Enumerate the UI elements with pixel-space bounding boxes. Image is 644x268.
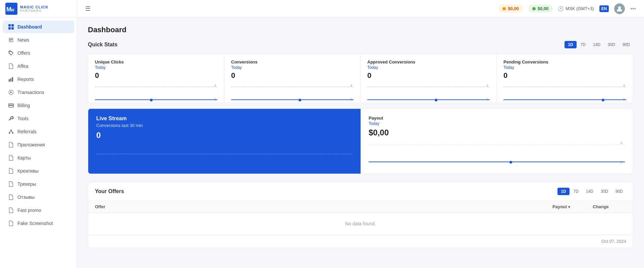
sidebar-item-label: Affea bbox=[17, 63, 28, 69]
balance-orange-value: $0,00 bbox=[508, 6, 519, 11]
sidebar-item-billing[interactable]: Billing bbox=[3, 99, 74, 112]
main-area: ☰ $0,00 $0,00 🕐 MSK (GMT+3) EN ••• bbox=[77, 0, 644, 268]
sidebar-item-label: Referrals bbox=[17, 129, 37, 134]
document-icon bbox=[8, 181, 14, 187]
payout-period: Today bbox=[369, 121, 625, 126]
payout-card: Payout Today $0,00 4 0 bbox=[361, 109, 633, 174]
stat-label: Pending Conversions bbox=[503, 59, 626, 64]
payout-label: Payout bbox=[369, 116, 625, 121]
period-tab-14d[interactable]: 14D bbox=[590, 41, 604, 48]
sidebar-item-dashboard[interactable]: Dashboard bbox=[3, 20, 74, 33]
sidebar-item-affea[interactable]: Affea bbox=[3, 60, 74, 73]
offers-period-tab-1d[interactable]: 1D bbox=[557, 188, 569, 195]
sidebar-item-label: Трекеры bbox=[17, 181, 36, 187]
offers-title: Your Offers bbox=[95, 188, 124, 194]
chart-axis: 4 bbox=[623, 84, 625, 88]
sidebar-item-trackers[interactable]: Трекеры bbox=[3, 178, 74, 190]
sidebar-item-offers[interactable]: Offers bbox=[3, 47, 74, 59]
stat-period: Today bbox=[231, 65, 354, 70]
svg-rect-8 bbox=[10, 78, 11, 82]
svg-text:W: W bbox=[11, 8, 14, 12]
offers-period-tabs: 1D 7D 14D 30D 90D bbox=[557, 188, 626, 195]
logo-icon: M W bbox=[5, 3, 17, 15]
svg-text:M: M bbox=[6, 6, 11, 13]
sidebar-item-label: Карты bbox=[17, 155, 31, 161]
svg-point-17 bbox=[618, 6, 621, 9]
stat-chart: 4 0 bbox=[503, 83, 626, 103]
document-icon bbox=[8, 168, 14, 174]
svg-rect-9 bbox=[12, 77, 13, 82]
topbar: ☰ $0,00 $0,00 🕐 MSK (GMT+3) EN ••• bbox=[77, 0, 644, 17]
sidebar-item-label: Fast promo bbox=[17, 208, 41, 213]
live-stream-value: 0 bbox=[96, 131, 353, 140]
affiliate-icon bbox=[8, 129, 14, 135]
stat-chart: 4 0 bbox=[367, 83, 490, 103]
sidebar-item-tools[interactable]: Tools bbox=[3, 112, 74, 125]
logo-text: MAGIC CLICK PARTNERS bbox=[20, 5, 48, 12]
offers-col-payout-header[interactable]: Payout bbox=[552, 204, 593, 209]
ls-dashed-line bbox=[96, 154, 353, 154]
stat-card-conversions: Conversions Today 0 4 0 bbox=[224, 54, 361, 103]
svg-rect-7 bbox=[9, 79, 10, 82]
clock-icon: 🕐 bbox=[558, 6, 564, 11]
offers-period-tab-90d[interactable]: 90D bbox=[612, 188, 626, 195]
page-title: Dashboard bbox=[88, 26, 633, 34]
stat-label: Unique Clicks bbox=[95, 59, 217, 64]
sidebar-item-referrals[interactable]: Referrals bbox=[3, 125, 74, 138]
sidebar-item-fake-screenshot[interactable]: Fake Screenshot bbox=[3, 217, 74, 230]
balance-green-value: $0,00 bbox=[538, 6, 549, 11]
sidebar-item-reviews[interactable]: Отзывы bbox=[3, 191, 74, 204]
sidebar-item-transactions[interactable]: Transactions bbox=[3, 86, 74, 99]
stats-grid: Unique Clicks Today 0 4 0 Conversions To… bbox=[88, 54, 633, 103]
language-badge[interactable]: EN bbox=[599, 5, 609, 12]
live-stream-card: Live Stream Conversions last 30 min 0 bbox=[88, 109, 361, 174]
document-icon bbox=[8, 194, 14, 200]
svg-line-15 bbox=[9, 131, 11, 132]
sidebar-item-label: Отзывы bbox=[17, 194, 35, 200]
stat-value: 0 bbox=[231, 71, 354, 80]
period-tab-90d[interactable]: 90D bbox=[619, 41, 633, 48]
payout-chart: 4 0 bbox=[369, 140, 625, 167]
avatar[interactable] bbox=[614, 3, 625, 14]
document-icon bbox=[8, 207, 14, 213]
chart-axis: 4 bbox=[214, 84, 216, 88]
your-offers-section: Your Offers 1D 7D 14D 30D 90D Offer Payo… bbox=[88, 182, 633, 248]
quick-stats-header: Quick Stats 1D 7D 14D 30D 90D bbox=[88, 41, 633, 48]
balance-green-badge[interactable]: $0,00 bbox=[528, 5, 553, 12]
balance-orange-badge[interactable]: $0,00 bbox=[498, 5, 523, 12]
hamburger-icon[interactable]: ☰ bbox=[85, 5, 91, 12]
chart-dot bbox=[150, 99, 153, 101]
timezone-text: MSK (GMT+3) bbox=[566, 6, 594, 11]
offers-period-tab-30d[interactable]: 30D bbox=[597, 188, 611, 195]
svg-rect-11 bbox=[9, 105, 13, 106]
offers-period-tab-14d[interactable]: 14D bbox=[583, 188, 597, 195]
chart-axis: 4 bbox=[486, 84, 488, 88]
timezone-badge: 🕐 MSK (GMT+3) bbox=[558, 6, 594, 11]
chart-line bbox=[95, 99, 217, 100]
sidebar-item-label: Transactions bbox=[17, 90, 44, 95]
newspaper-icon bbox=[8, 37, 14, 43]
wrench-icon bbox=[8, 116, 14, 122]
document-icon bbox=[8, 220, 14, 226]
payout-chart-line bbox=[369, 162, 625, 162]
chart-dashed bbox=[231, 87, 354, 87]
more-icon[interactable]: ••• bbox=[630, 6, 636, 12]
sidebar-item-news[interactable]: News bbox=[3, 34, 74, 46]
sidebar-item-reports[interactable]: Reports bbox=[3, 73, 74, 86]
stat-card-pending-conversions: Pending Conversions Today 0 4 0 bbox=[497, 54, 633, 103]
chart-line bbox=[231, 99, 354, 100]
offers-footer: Oct 07, 2024 bbox=[88, 234, 633, 248]
sidebar-item-creatives[interactable]: Креативы bbox=[3, 165, 74, 177]
sidebar-item-apps[interactable]: Приложения bbox=[3, 138, 74, 151]
content-area: Dashboard Quick Stats 1D 7D 14D 30D 90D … bbox=[77, 17, 644, 268]
svg-rect-6 bbox=[11, 27, 14, 30]
stat-period: Today bbox=[367, 65, 490, 70]
period-tab-30d[interactable]: 30D bbox=[604, 41, 619, 48]
period-tab-1d[interactable]: 1D bbox=[565, 41, 576, 48]
sidebar-item-fast-promo[interactable]: Fast promo bbox=[3, 204, 74, 217]
sidebar-item-label: News bbox=[17, 37, 29, 43]
sidebar-item-label: Reports bbox=[17, 77, 34, 82]
sidebar-item-cards[interactable]: Карты bbox=[3, 151, 74, 164]
period-tab-7d[interactable]: 7D bbox=[577, 41, 589, 48]
offers-period-tab-7d[interactable]: 7D bbox=[570, 188, 582, 195]
